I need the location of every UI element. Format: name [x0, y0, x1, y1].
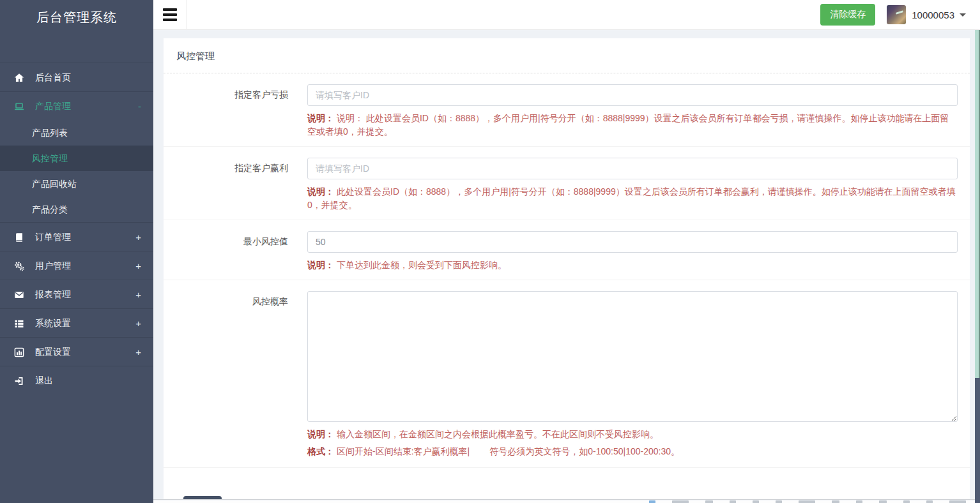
sidebar-item-product-category[interactable]: 产品分类 — [0, 197, 153, 222]
field-format-probability: 格式：区间开始-区间结束:客户赢利概率| 符号必须为英文符号，如0-100:50… — [307, 444, 958, 460]
taskbar-icon — [705, 500, 713, 503]
sidebar-item-label: 配置设置 — [35, 347, 71, 357]
risk-control-panel: 风控管理 指定客户亏损 说明：说明： 此处设置会员ID（如：8888），多个用户… — [164, 38, 970, 500]
form-row-min-risk: 最小风控值 说明：下单达到此金额，则会受到下面风控影响。 — [164, 220, 970, 280]
sidebar-nav: 后台首页 产品管理 - 产品列表 风控管理 产品回收站 产品分类 订单管理 + — [0, 63, 153, 394]
laptop-icon — [14, 93, 26, 121]
field-note-probability: 说明：输入金额区间，在金额区间之内会根据此概率盈亏。不在此区间则不受风控影响。 — [307, 428, 958, 441]
expand-plus-icon[interactable]: + — [135, 223, 141, 252]
sidebar-item-home[interactable]: 后台首页 — [0, 63, 153, 91]
taskbar-icon — [832, 500, 839, 503]
home-icon — [14, 64, 26, 93]
taskbar-icon — [856, 500, 862, 503]
sidebar-item-logout[interactable]: 退出 — [0, 366, 153, 394]
expand-plus-icon[interactable]: + — [135, 309, 141, 338]
envelope-icon — [14, 281, 26, 310]
sidebar-item-label: 退出 — [35, 375, 53, 386]
sidebar-item-reports[interactable]: 报表管理 + — [0, 280, 153, 308]
taskbar-icon — [753, 500, 759, 503]
sidebar-item-products[interactable]: 产品管理 - — [0, 91, 153, 120]
background-window-edge-top — [975, 30, 980, 378]
app-title: 后台管理系统 — [0, 0, 153, 35]
submit-button[interactable]: 提交 — [183, 496, 222, 500]
field-note-win: 说明：此处设置会员ID（如：8888），多个用户用|符号分开（如：8888|99… — [307, 185, 958, 212]
risk-probability-textarea[interactable] — [307, 291, 958, 422]
taskbar-icon — [926, 500, 933, 503]
content-area: 风控管理 指定客户亏损 说明：说明： 此处设置会员ID（如：8888），多个用户… — [153, 30, 975, 500]
cogs-icon — [14, 252, 26, 281]
loss-customer-input[interactable] — [307, 84, 958, 106]
sidebar-item-orders[interactable]: 订单管理 + — [0, 222, 153, 251]
taskbar-icon — [730, 500, 736, 503]
form-row-win: 指定客户赢利 说明：此处设置会员ID（如：8888），多个用户用|符号分开（如：… — [164, 147, 970, 220]
sidebar-item-label: 报表管理 — [35, 289, 71, 299]
win-customer-input[interactable] — [307, 158, 958, 179]
sidebar-item-risk-control[interactable]: 风控管理 — [0, 146, 153, 171]
products-submenu: 产品列表 风控管理 产品回收站 产品分类 — [0, 120, 153, 222]
topbar: 清除缓存 10000053 — [153, 0, 980, 30]
sidebar-item-label: 用户管理 — [35, 260, 71, 271]
form-row-loss: 指定客户亏损 说明：说明： 此处设置会员ID（如：8888），多个用户用|符号分… — [164, 73, 970, 147]
risk-control-form: 指定客户亏损 说明：说明： 此处设置会员ID（如：8888），多个用户用|符号分… — [164, 73, 970, 500]
sidebar-item-label: 订单管理 — [35, 232, 71, 242]
expand-plus-icon[interactable]: + — [135, 280, 141, 309]
min-risk-value-input[interactable] — [307, 231, 958, 253]
taskbar-icon — [649, 500, 655, 503]
taskbar-icon — [903, 500, 910, 503]
field-note-loss: 说明：说明： 此处设置会员ID（如：8888），多个用户用|符号分开（如：888… — [307, 112, 958, 139]
taskbar-icon — [799, 500, 815, 503]
sidebar-item-label: 后台首页 — [35, 72, 71, 82]
logout-icon — [14, 367, 26, 396]
background-window-edge-bottom — [975, 378, 980, 503]
field-label-loss: 指定客户亏损 — [164, 84, 307, 139]
bar-chart-icon — [14, 338, 26, 367]
taskbar-icon — [949, 500, 966, 503]
menu-toggle-button[interactable] — [153, 0, 187, 30]
field-label-min-risk: 最小风控值 — [164, 231, 307, 272]
page-title: 风控管理 — [164, 38, 970, 73]
field-label-probability: 风控概率 — [164, 291, 307, 460]
field-label-win: 指定客户赢利 — [164, 158, 307, 212]
expand-plus-icon[interactable]: + — [135, 252, 141, 280]
clear-cache-button[interactable]: 清除缓存 — [820, 4, 875, 26]
sidebar-item-product-recycle[interactable]: 产品回收站 — [0, 171, 153, 197]
field-note-min-risk: 说明：下单达到此金额，则会受到下面风控影响。 — [307, 259, 958, 272]
taskbar-sliver — [153, 500, 975, 503]
avatar[interactable] — [887, 5, 906, 24]
taskbar-icon — [879, 500, 887, 503]
form-row-submit: 提交 — [164, 468, 970, 500]
sidebar-item-config-settings[interactable]: 配置设置 + — [0, 337, 153, 366]
chevron-down-icon[interactable] — [960, 13, 966, 17]
username[interactable]: 10000053 — [912, 10, 954, 20]
sidebar-item-users[interactable]: 用户管理 + — [0, 251, 153, 280]
sidebar-item-label: 产品管理 — [35, 101, 71, 111]
book-icon — [14, 223, 26, 252]
expand-plus-icon[interactable]: + — [135, 338, 141, 366]
list-icon — [14, 310, 26, 338]
topbar-right: 清除缓存 10000053 — [820, 4, 966, 26]
background-window-edge — [975, 30, 980, 503]
taskbar-icon — [672, 500, 689, 503]
taskbar-icon — [776, 500, 782, 503]
collapse-minus-icon[interactable]: - — [138, 92, 141, 121]
form-row-probability: 风控概率 说明：输入金额区间，在金额区间之内会根据此概率盈亏。不在此区间则不受风… — [164, 280, 970, 468]
sidebar-item-product-list[interactable]: 产品列表 — [0, 120, 153, 146]
sidebar: 后台管理系统 后台首页 产品管理 - 产品列表 风控管理 产品回收站 产品分类 … — [0, 0, 153, 503]
sidebar-item-system-settings[interactable]: 系统设置 + — [0, 308, 153, 337]
sidebar-item-label: 系统设置 — [35, 318, 71, 328]
